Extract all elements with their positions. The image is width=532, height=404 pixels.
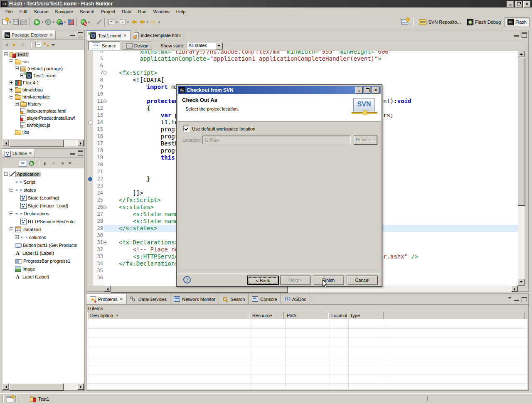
view-menu-icon[interactable]: [68, 162, 71, 165]
link-with-editor-icon[interactable]: [43, 42, 49, 48]
outline-tab[interactable]: Outline ✕: [2, 149, 35, 158]
dropdown-arrow-icon[interactable]: [41, 22, 44, 23]
tab-search[interactable]: Search: [219, 294, 249, 304]
tree-item-flex-sdk-library[interactable]: Flex 4.1: [2, 79, 84, 86]
dropdown-arrow-icon[interactable]: [116, 22, 118, 23]
dialog-maximize-button[interactable]: [364, 87, 371, 94]
marker-icon[interactable]: [88, 121, 92, 125]
expand-icon[interactable]: [10, 88, 13, 91]
tree-item-outline-states[interactable]: states: [2, 186, 84, 194]
tree-item-outline-columns[interactable]: columns: [2, 233, 84, 241]
editor-vscrollbar[interactable]: [518, 51, 525, 286]
tab-problems[interactable]: Problems✕: [86, 294, 127, 304]
tree-item-outline-declarations[interactable]: Declarations: [2, 209, 84, 217]
tab-data-services[interactable]: Data/Services: [127, 294, 170, 304]
menu-file[interactable]: File: [2, 8, 16, 15]
close-view-icon[interactable]: ✕: [29, 151, 32, 155]
tree-item-outline-image[interactable]: Image: [2, 265, 84, 273]
perspective-svn-reposito-[interactable]: SVN Reposito...: [416, 18, 463, 26]
maximize-view-icon[interactable]: [78, 150, 83, 156]
tree-item-outline-script[interactable]: Script: [2, 178, 84, 186]
finish-button[interactable]: Finish: [313, 276, 344, 285]
hide-nonpublic-icon[interactable]: [60, 160, 66, 166]
tab-network-monitor[interactable]: Network Monitor: [170, 294, 219, 304]
tree-item-outline-state-loading[interactable]: State (Loading): [2, 194, 84, 202]
tree-item-default-package[interactable]: (default package): [2, 65, 84, 72]
run-button[interactable]: [33, 17, 44, 27]
help-icon[interactable]: ?: [183, 276, 191, 283]
maximize-view-icon[interactable]: [78, 32, 83, 37]
last-edit-location-button[interactable]: [130, 17, 138, 27]
use-default-location-row[interactable]: Use default workspace location: [183, 126, 255, 132]
restore-button[interactable]: [515, 1, 522, 7]
show-state-dropdown[interactable]: All states: [187, 42, 223, 49]
menu-edit[interactable]: Edit: [17, 8, 30, 15]
tree-item-folder-history[interactable]: history: [2, 100, 84, 107]
dialog-minimize-button[interactable]: [355, 87, 363, 94]
maximize-editor-icon[interactable]: [522, 32, 527, 38]
close-tab-icon[interactable]: ✕: [119, 297, 123, 301]
collapse-icon[interactable]: [15, 67, 19, 70]
column-header-type[interactable]: Type: [347, 312, 384, 319]
menu-project[interactable]: Project: [98, 8, 118, 15]
outline-hscrollbar[interactable]: [2, 383, 84, 390]
tree-item-file-index-template[interactable]: index.template.html: [2, 107, 84, 114]
tree-item-folder-libs[interactable]: libs: [2, 128, 84, 135]
menu-data[interactable]: Data: [119, 8, 134, 15]
dropdown-arrow-icon[interactable]: [9, 22, 11, 23]
maximize-view-icon[interactable]: [522, 297, 527, 302]
column-header-path[interactable]: Path: [284, 312, 328, 319]
package-explorer-hscrollbar[interactable]: [2, 140, 84, 146]
menu-navigate[interactable]: Navigate: [52, 8, 76, 15]
collapse-icon[interactable]: [4, 52, 8, 56]
menu-run[interactable]: Run: [135, 8, 149, 15]
dropdown-arrow-icon[interactable]: [88, 22, 90, 23]
minimize-view-icon[interactable]: [70, 151, 75, 155]
close-view-icon[interactable]: ✕: [49, 33, 53, 37]
save-button[interactable]: [12, 17, 20, 27]
tree-item-outline-datagrid[interactable]: DataGrid: [2, 225, 84, 233]
perspective-flash[interactable]: Flash: [505, 17, 530, 27]
column-header-description[interactable]: Description: [87, 312, 249, 319]
tree-item-folder-src[interactable]: src: [2, 58, 84, 65]
dialog-titlebar[interactable]: Checkout from SVN ×: [178, 86, 381, 94]
menu-window[interactable]: Window: [150, 8, 172, 15]
tree-item-outline-label[interactable]: Label (Label): [2, 273, 84, 281]
mark-occurrences-button[interactable]: [96, 17, 103, 27]
expand-icon[interactable]: [10, 81, 13, 84]
cancel-button[interactable]: Cancel: [347, 276, 378, 285]
link-refresh-icon[interactable]: [29, 161, 34, 166]
open-perspective-button[interactable]: [401, 17, 409, 27]
run-network-monitor-button[interactable]: [80, 17, 91, 27]
collapse-icon[interactable]: [4, 172, 8, 176]
use-default-location-checkbox[interactable]: [183, 126, 190, 132]
editor-tab-test1-mxml[interactable]: Test1.mxml✕: [86, 30, 131, 40]
sort-icon[interactable]: [43, 160, 49, 166]
dropdown-arrow-icon[interactable]: [158, 22, 160, 23]
dropdown-arrow-icon[interactable]: [127, 22, 129, 23]
view-menu-icon[interactable]: [52, 43, 55, 47]
problems-table-body[interactable]: [87, 319, 527, 389]
new-file-button[interactable]: [2, 17, 12, 27]
back-arrow-icon[interactable]: [5, 42, 10, 48]
column-header-location[interactable]: Location: [328, 312, 347, 319]
collapse-icon[interactable]: [10, 212, 13, 215]
tree-item-file-test1-mxml[interactable]: Test1.mxml: [2, 72, 84, 79]
profile-button[interactable]: [56, 17, 67, 27]
debug-button[interactable]: [44, 17, 56, 27]
column-header-resource[interactable]: Resource: [249, 312, 284, 319]
back-button[interactable]: [138, 17, 150, 27]
source-view-icon[interactable]: [19, 160, 27, 167]
source-mode-button[interactable]: Source: [88, 41, 120, 50]
collapse-icon[interactable]: [10, 188, 13, 192]
minimize-view-icon[interactable]: [70, 33, 75, 36]
tree-item-outline-httpservice[interactable]: HTTPService BestFoto: [2, 217, 84, 225]
next-annotation-button[interactable]: [108, 17, 119, 27]
perspective-flash-debug[interactable]: Flash Debug: [465, 18, 503, 27]
minimize-view-icon[interactable]: [514, 298, 519, 301]
editor-tab-index-template-html[interactable]: index.template.html: [131, 30, 184, 40]
tree-item-file-player-product-install[interactable]: playerProductInstall.swf: [2, 114, 84, 121]
expand-icon[interactable]: [20, 74, 24, 77]
view-menu-icon[interactable]: [508, 296, 511, 300]
browse-button[interactable]: Browse...: [354, 135, 377, 145]
